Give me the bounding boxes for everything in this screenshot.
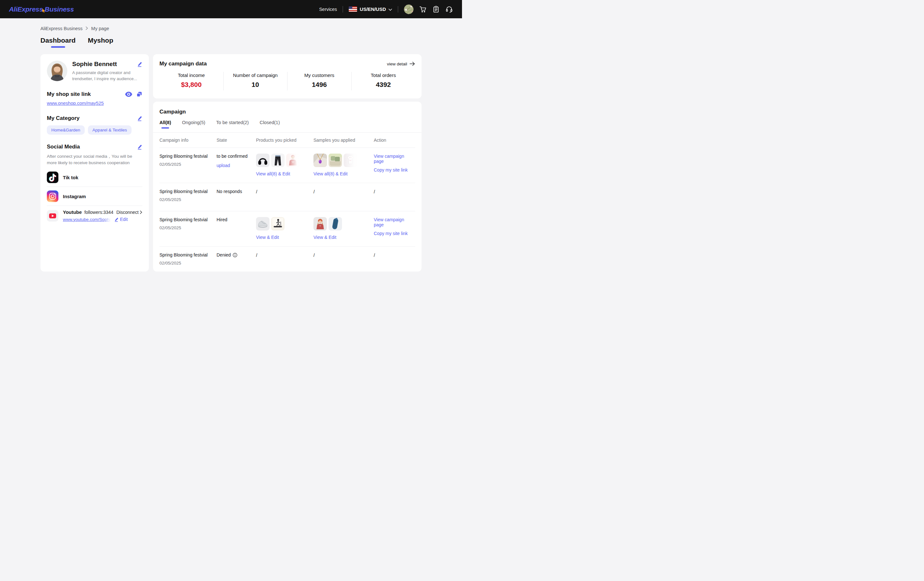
youtube-disconnect-button[interactable]: Disconnect: [117, 210, 142, 215]
edit-social-pencil-icon[interactable]: [137, 144, 142, 150]
services-link[interactable]: Services: [319, 7, 337, 12]
thumbnail-sneaker: [256, 217, 269, 230]
campaign-name: Spring Blooming festvial: [160, 153, 213, 159]
youtube-channel-link[interactable]: www.youtube.com/Sophie Bennett35: [63, 217, 112, 222]
thumbnail-black-jeans: [271, 153, 285, 167]
right-column: My campaign data view detail Total incom…: [153, 54, 422, 272]
header-icon-group: [404, 5, 453, 14]
page-tabs: Dashboard Myshop: [40, 36, 422, 48]
logo-text: AliExpress Business: [9, 5, 74, 13]
aliexpress-business-dashboard: AliExpress Business Services US/EN/USD: [0, 0, 462, 291]
profile-avatar: [47, 61, 68, 81]
campaign-data-title: My campaign data: [160, 61, 206, 67]
campaign-info-cell: Spring Blooming festvial 02/05/2025: [160, 189, 216, 204]
state-cell: Denied: [216, 252, 256, 268]
campaign-name: Spring Blooming festvial: [160, 189, 213, 194]
social-media-title: Social Media: [47, 144, 80, 150]
category-section: My Category: [47, 115, 142, 122]
locale-label: US/EN/USD: [360, 7, 386, 12]
profile-header: Sophie Bennett A passionate digital crea…: [47, 61, 142, 82]
tab-dashboard-label: Dashboard: [40, 36, 76, 44]
account-avatar[interactable]: [404, 5, 414, 14]
edit-category-pencil-icon[interactable]: [137, 115, 142, 121]
social-row-tiktok[interactable]: Tik tok: [47, 168, 142, 187]
tab-dashboard[interactable]: Dashboard: [40, 36, 76, 48]
active-tab-indicator: [51, 46, 65, 48]
category-tag[interactable]: Apparel & Textiles: [88, 125, 132, 135]
product-thumbnails: [256, 217, 310, 230]
social-row-youtube: Youtube followers:3344 Disconnect www.yo…: [47, 206, 142, 225]
copy-link-icon[interactable]: [136, 91, 142, 97]
chevron-right-icon: [140, 210, 142, 214]
app-header: AliExpress Business Services US/EN/USD: [0, 0, 462, 18]
campaign-tab-all[interactable]: All(8): [160, 120, 171, 128]
youtube-followers: followers:3344: [84, 210, 113, 215]
copy-site-link[interactable]: Copy my site link: [374, 167, 411, 173]
samples-cell: View & Edit: [314, 217, 374, 240]
header-divider: [398, 6, 398, 13]
campaign-tab-ongoing[interactable]: Ongoing(5): [182, 120, 205, 128]
campaign-row: Spring Blooming festvial 02/05/2025 Deni…: [160, 247, 415, 272]
view-edit-samples-link[interactable]: View all(8) & Edit: [314, 171, 370, 176]
shop-link-title: My shop site link: [47, 91, 91, 97]
campaign-info-cell: Spring Blooming festvial 02/05/2025: [160, 217, 216, 240]
view-edit-products-link[interactable]: View & Edit: [256, 235, 310, 240]
empty-samples: /: [314, 189, 315, 194]
thumbnail-necklace: [314, 153, 327, 167]
action-cell: View campaign page Copy my site link: [374, 153, 415, 176]
campaign-row: Spring Blooming festvial 02/05/2025 to b…: [160, 148, 415, 183]
instagram-label: Instagram: [63, 194, 86, 199]
social-media-hint: After connect your social media，You will…: [47, 153, 142, 166]
campaign-row: Spring Blooming festvial 02/05/2025 No r…: [160, 183, 415, 211]
pencil-icon: [114, 217, 119, 222]
locale-selector[interactable]: US/EN/USD: [349, 7, 392, 12]
aliexpress-business-logo[interactable]: AliExpress Business: [9, 5, 74, 13]
shop-site-link[interactable]: www.oneshop.com/may525: [47, 101, 104, 106]
thumbnail-pink-hoodie: [286, 153, 300, 167]
samples-cell: /: [314, 189, 374, 204]
products-cell: View all(8) & Edit: [256, 153, 314, 176]
view-edit-samples-link[interactable]: View & Edit: [314, 235, 370, 240]
tab-myshop[interactable]: Myshop: [88, 36, 113, 48]
social-accounts-list: Tik tok Instagram: [47, 168, 142, 225]
view-edit-products-link[interactable]: View all(8) & Edit: [256, 171, 310, 176]
profile-name: Sophie Bennett: [72, 61, 117, 67]
campaign-data-card: My campaign data view detail Total incom…: [153, 54, 422, 99]
action-cell: /: [374, 252, 415, 268]
header-actions: Services US/EN/USD: [319, 5, 453, 14]
samples-cell: /: [314, 252, 374, 268]
state-cell: to be confirmed upload: [216, 153, 256, 176]
empty-samples: /: [314, 253, 315, 258]
products-cell: View & Edit: [256, 217, 314, 240]
tiktok-label: Tik tok: [63, 175, 78, 180]
category-title: My Category: [47, 115, 79, 122]
action-cell: /: [374, 189, 415, 204]
column-action: Action: [374, 138, 415, 143]
cart-icon[interactable]: [419, 5, 427, 13]
view-campaign-page-link[interactable]: View campaign page: [374, 153, 411, 164]
campaign-name: Spring Blooming festvial: [160, 217, 213, 222]
sample-thumbnails: [314, 217, 370, 230]
breadcrumb-root[interactable]: AliExpress Business: [40, 26, 82, 31]
upload-link[interactable]: upload: [216, 163, 252, 168]
edit-profile-pencil-icon[interactable]: [137, 61, 142, 67]
view-detail-link[interactable]: view detail: [387, 61, 415, 66]
campaign-info-cell: Spring Blooming festvial 02/05/2025: [160, 252, 216, 268]
profile-identity: Sophie Bennett A passionate digital crea…: [72, 61, 142, 82]
category-tag[interactable]: Home&Garden: [47, 125, 85, 135]
copy-site-link[interactable]: Copy my site link: [374, 231, 411, 236]
social-row-instagram[interactable]: Instagram: [47, 187, 142, 206]
campaign-tab-closed[interactable]: Closed(1): [259, 120, 280, 128]
active-tab-indicator: [162, 127, 169, 128]
support-headset-icon[interactable]: [446, 5, 453, 13]
preview-eye-icon[interactable]: [125, 92, 132, 97]
youtube-edit-button[interactable]: Edit: [114, 217, 128, 222]
cursor-icon: [42, 7, 46, 15]
campaign-date: 02/05/2025: [160, 197, 213, 202]
campaign-date: 02/05/2025: [160, 162, 213, 167]
products-cell: /: [256, 189, 314, 204]
view-campaign-page-link[interactable]: View campaign page: [374, 217, 411, 227]
campaign-tab-to-be-started[interactable]: To be started(2): [216, 120, 249, 128]
orders-clipboard-icon[interactable]: [432, 5, 440, 13]
info-icon[interactable]: [233, 253, 238, 257]
